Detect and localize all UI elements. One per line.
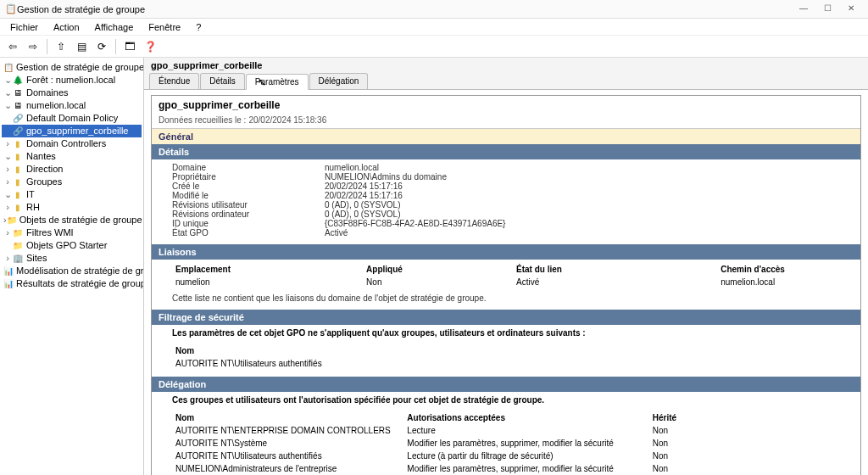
menu-fichier[interactable]: Fichier	[3, 20, 45, 34]
tree-gpo-objects[interactable]: Objets de stratégie de groupe	[19, 214, 142, 226]
expander-icon[interactable]: ›	[3, 163, 12, 176]
delegation-cell: NUMELION\Administrateurs de l'entreprise	[172, 462, 403, 475]
expander-icon[interactable]: ›	[3, 252, 12, 265]
expander-icon[interactable]: ›	[3, 176, 12, 188]
delegation-header: Nom	[172, 411, 403, 424]
report-area[interactable]: gpo_supprimer_corbeille Données recueill…	[144, 90, 868, 475]
filtrage-note: Les paramètres de cet objet GPO ne s'app…	[152, 325, 860, 341]
folder-icon: 📁	[12, 227, 24, 239]
console-icon: 📋	[3, 62, 14, 74]
detail-value: 20/02/2024 15:17:16	[325, 191, 854, 200]
section-liaisons-header[interactable]: Liaisons	[152, 244, 860, 260]
help-button[interactable]: ❓	[141, 37, 159, 56]
properties-button[interactable]: 🗔	[120, 37, 139, 56]
toolbar: ⇦ ⇨ ⇧ ▤ ⟳ 🗔 ❓	[0, 36, 868, 58]
expander-icon[interactable]: ⌄	[3, 188, 12, 201]
detail-key: ID unique	[172, 219, 325, 228]
tree-starter[interactable]: Objets GPO Starter	[26, 239, 140, 252]
section-general-header[interactable]: Général	[152, 128, 860, 144]
back-button[interactable]: ⇦	[3, 37, 22, 56]
tree-it[interactable]: IT	[26, 188, 140, 201]
up-button[interactable]: ⇧	[52, 37, 70, 56]
filtrage-table: Nom AUTORITE NT\Utilisateurs authentifié…	[172, 344, 854, 370]
expander-icon[interactable]: ⌄	[3, 99, 12, 112]
expander-icon[interactable]: ⌄	[3, 87, 12, 99]
delegation-header: Hérité	[649, 411, 854, 424]
gpo-link-icon: 🔗	[12, 113, 24, 125]
delegation-cell: Non	[649, 424, 854, 437]
tab-strip: Étendue Détails Paramètres Délégation	[144, 73, 868, 90]
menu-action[interactable]: Action	[47, 20, 86, 34]
delegation-cell: Non	[649, 450, 854, 462]
liaisons-cell: numelion.local	[717, 276, 854, 288]
liaisons-cell: Activé	[513, 276, 717, 288]
delegation-cell: AUTORITE NT\Système	[172, 437, 403, 450]
tree-rh[interactable]: RH	[26, 201, 140, 214]
delegation-cell: AUTORITE NT\Utilisateurs authentifiés	[172, 450, 403, 462]
tree-domains[interactable]: Domaines	[26, 87, 140, 99]
ou-icon: ▮	[12, 151, 24, 163]
tree-nantes[interactable]: Nantes	[26, 150, 140, 163]
tree-sites[interactable]: Sites	[26, 252, 140, 265]
tree-direction[interactable]: Direction	[26, 163, 140, 176]
tab-details[interactable]: Détails	[200, 73, 245, 89]
section-delegation-header[interactable]: Délégation	[152, 377, 860, 392]
report-timestamp: 20/02/2024 15:18:36	[248, 115, 326, 125]
tree-dc[interactable]: Domain Controllers	[26, 137, 140, 150]
section-filtrage-header[interactable]: Filtrage de sécurité	[152, 310, 860, 325]
tab-delegation[interactable]: Délégation	[309, 73, 369, 89]
liaisons-header: Chemin d'accès	[717, 263, 854, 276]
delegation-cell: Modifier les paramètres, supprimer, modi…	[403, 437, 648, 450]
delegation-note: Ces groupes et utilisateurs ont l'autori…	[152, 392, 860, 408]
table-row: AUTORITE NT\ENTERPRISE DOMAIN CONTROLLER…	[172, 424, 854, 437]
table-row: AUTORITE NT\Utilisateurs authentifiésLec…	[172, 450, 854, 462]
tree-domain[interactable]: numelion.local	[26, 99, 140, 112]
folder-icon: 📁	[7, 215, 17, 226]
tree-root[interactable]: Gestion de stratégie de groupe	[16, 61, 144, 74]
tree-wmi[interactable]: Filtres WMI	[26, 226, 140, 239]
separator	[47, 39, 47, 54]
tree-results[interactable]: Résultats de stratégie de groupe	[16, 277, 144, 290]
menu-help[interactable]: ?	[189, 20, 208, 34]
expander-icon[interactable]: ›	[3, 201, 12, 214]
refresh-button[interactable]: ⟳	[92, 37, 111, 56]
ou-icon: ▮	[12, 176, 24, 188]
liaisons-table: Emplacement Appliqué État du lien Chemin…	[172, 263, 854, 288]
section-details-header[interactable]: Détails	[152, 144, 860, 159]
menubar: Fichier Action Affichage Fenêtre ?	[0, 19, 868, 36]
new-window-button[interactable]: ▤	[72, 37, 91, 56]
menu-fenetre[interactable]: Fenêtre	[142, 20, 187, 34]
tree-ddp[interactable]: Default Domain Policy	[26, 112, 140, 125]
detail-key: Modifié le	[172, 191, 325, 200]
tree-groupes[interactable]: Groupes	[26, 176, 140, 188]
table-row: NUMELION\Administrateurs de l'entreprise…	[172, 462, 854, 475]
detail-key: Domaine	[172, 163, 325, 172]
navigation-tree[interactable]: 📋Gestion de stratégie de groupe ⌄🌲Forêt …	[0, 58, 144, 475]
tree-forest[interactable]: Forêt : numelion.local	[26, 74, 140, 87]
detail-value: 20/02/2024 15:17:16	[325, 182, 854, 191]
expander-icon[interactable]: ⌄	[3, 150, 12, 163]
close-button[interactable]: ✕	[839, 2, 863, 17]
tree-gpo-selected[interactable]: gpo_supprimer_corbeille	[26, 125, 140, 137]
forward-button[interactable]: ⇨	[24, 37, 42, 56]
content-title: gpo_supprimer_corbeille	[144, 58, 868, 73]
menu-affichage[interactable]: Affichage	[88, 20, 141, 34]
filtrage-header: Nom	[172, 344, 854, 357]
tab-parametres[interactable]: Paramètres	[246, 74, 309, 90]
expander-icon[interactable]: ›	[3, 226, 12, 239]
maximize-button[interactable]: ☐	[815, 2, 839, 17]
tab-etendue[interactable]: Étendue	[149, 73, 199, 89]
detail-value: 0 (AD), 0 (SYSVOL)	[325, 210, 854, 219]
modeling-icon: 📊	[3, 265, 14, 277]
domain-icon: 🖥	[12, 100, 24, 112]
expander-icon[interactable]: ›	[3, 137, 12, 150]
expander-icon[interactable]: ⌄	[3, 74, 12, 87]
liaisons-header: Appliqué	[363, 263, 513, 276]
separator	[115, 39, 116, 54]
tree-modeling[interactable]: Modélisation de stratégie de groupe	[16, 265, 144, 277]
delegation-cell: Lecture (à partir du filtrage de sécurit…	[403, 450, 648, 462]
liaisons-header: Emplacement	[172, 263, 363, 276]
detail-value: Activé	[325, 228, 854, 238]
minimize-button[interactable]: —	[792, 2, 815, 17]
ou-icon: ▮	[12, 189, 24, 201]
